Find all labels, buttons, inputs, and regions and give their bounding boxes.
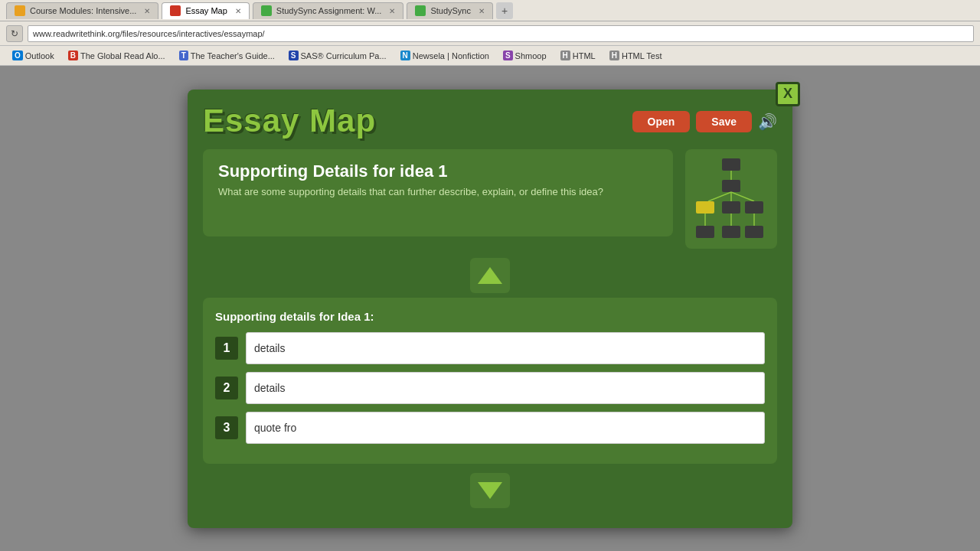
shmoop-icon: S xyxy=(503,51,513,60)
bookmark-sas[interactable]: S SAS® Curriculum Pa... xyxy=(283,49,393,62)
nav-down-arrow[interactable] xyxy=(203,473,777,508)
sas-icon: S xyxy=(289,51,299,60)
section-description: What are some supporting details that ca… xyxy=(218,186,658,197)
section-info-box: Supporting Details for idea 1 What are s… xyxy=(203,149,673,236)
input-number-1: 1 xyxy=(215,337,238,360)
save-button[interactable]: Save xyxy=(696,111,752,132)
teacherguide-icon: T xyxy=(179,51,188,60)
open-button[interactable]: Open xyxy=(632,111,691,132)
tab-1-close[interactable]: ✕ xyxy=(144,7,150,15)
tab-2-icon xyxy=(170,5,181,16)
input-row-3: 3 xyxy=(215,412,765,444)
svg-rect-6 xyxy=(696,201,714,214)
header-buttons: Open Save 🔊 xyxy=(632,111,777,132)
bookmark-outlook[interactable]: O Outlook xyxy=(6,49,60,62)
form-section: Supporting details for Idea 1: 1 2 3 xyxy=(203,298,777,464)
tab-3[interactable]: StudySync Assignment: W... ✕ xyxy=(253,2,404,19)
bookmarks-bar: O Outlook B The Global Read Alo... T The… xyxy=(0,46,980,66)
newsela-icon: N xyxy=(400,51,410,60)
detail-input-3[interactable] xyxy=(246,412,765,444)
tab-3-icon xyxy=(261,5,272,16)
back-button[interactable]: ↻ xyxy=(6,25,23,42)
section-title: Supporting Details for idea 1 xyxy=(218,161,658,181)
outlook-icon: O xyxy=(12,51,23,60)
browser-toolbar: ↻ xyxy=(0,21,980,46)
svg-rect-2 xyxy=(722,180,740,192)
bookmark-html[interactable]: H HTML xyxy=(554,49,602,62)
svg-rect-7 xyxy=(722,201,740,214)
tab-bar: Course Modules: Intensive... ✕ Essay Map… xyxy=(0,0,980,21)
input-row-1: 1 xyxy=(215,332,765,364)
navigate-down-button[interactable] xyxy=(470,473,510,508)
essay-map-app: X Essay Map Open Save 🔊 Supporting Detai… xyxy=(188,90,792,528)
bookmark-newsela-label: Newsela | Nonfiction xyxy=(413,51,489,60)
bookmark-teacherguide[interactable]: T The Teacher's Guide... xyxy=(173,49,281,62)
input-row-2: 2 xyxy=(215,372,765,404)
detail-input-1[interactable] xyxy=(246,332,765,364)
nav-up-arrow[interactable] xyxy=(203,258,777,293)
svg-line-3 xyxy=(708,192,731,201)
bookmark-shmoop[interactable]: S Shmoop xyxy=(497,49,553,62)
bookmark-htmltest[interactable]: H HTML Test xyxy=(603,49,668,62)
bookmark-globalread-label: The Global Read Alo... xyxy=(80,51,165,60)
down-arrow-icon xyxy=(478,482,502,499)
bookmark-outlook-label: Outlook xyxy=(25,51,54,60)
html-icon: H xyxy=(560,51,570,60)
bookmark-shmoop-label: Shmoop xyxy=(515,51,547,60)
bookmark-teacherguide-label: The Teacher's Guide... xyxy=(191,51,275,60)
input-number-2: 2 xyxy=(215,377,238,399)
bookmark-html-label: HTML xyxy=(573,51,596,60)
address-bar[interactable] xyxy=(28,25,974,42)
detail-input-2[interactable] xyxy=(246,372,765,404)
app-header: Essay Map Open Save 🔊 xyxy=(203,105,777,137)
tab-3-close[interactable]: ✕ xyxy=(389,7,395,15)
tab-2[interactable]: Essay Map ✕ xyxy=(162,2,249,19)
tab-4-label: StudySync xyxy=(430,6,471,15)
tab-2-label: Essay Map xyxy=(185,6,227,15)
bookmark-newsela[interactable]: N Newsela | Nonfiction xyxy=(394,49,495,62)
browser-chrome: Course Modules: Intensive... ✕ Essay Map… xyxy=(0,0,980,66)
diagram-box xyxy=(685,149,777,249)
tab-4-icon xyxy=(415,5,426,16)
svg-line-5 xyxy=(731,192,754,201)
svg-rect-14 xyxy=(745,226,763,238)
app-title: Essay Map xyxy=(203,105,376,137)
htmltest-icon: H xyxy=(609,51,619,60)
tab-1[interactable]: Course Modules: Intensive... ✕ xyxy=(6,2,158,19)
input-number-3: 3 xyxy=(215,416,238,439)
tree-diagram xyxy=(693,157,769,241)
bookmark-sas-label: SAS® Curriculum Pa... xyxy=(301,51,387,60)
header-row: Supporting Details for idea 1 What are s… xyxy=(203,149,777,249)
tab-3-label: StudySync Assignment: W... xyxy=(276,6,382,15)
svg-rect-0 xyxy=(722,158,740,171)
bookmark-htmltest-label: HTML Test xyxy=(622,51,662,60)
volume-icon[interactable]: 🔊 xyxy=(758,112,777,131)
form-title: Supporting details for Idea 1: xyxy=(215,310,765,323)
globalread-icon: B xyxy=(68,51,78,60)
main-content: X Essay Map Open Save 🔊 Supporting Detai… xyxy=(0,66,980,551)
tab-4[interactable]: StudySync ✕ xyxy=(407,2,493,19)
up-arrow-icon xyxy=(478,267,502,284)
bookmark-globalread[interactable]: B The Global Read Alo... xyxy=(62,49,172,62)
tab-2-close[interactable]: ✕ xyxy=(235,7,241,15)
new-tab-button[interactable]: + xyxy=(496,2,513,19)
svg-rect-13 xyxy=(722,226,740,238)
svg-rect-12 xyxy=(696,226,714,238)
svg-rect-8 xyxy=(745,201,763,214)
navigate-up-button[interactable] xyxy=(470,258,510,293)
tab-4-close[interactable]: ✕ xyxy=(479,7,485,15)
close-button[interactable]: X xyxy=(776,82,800,106)
tab-1-icon xyxy=(15,5,25,16)
tab-1-label: Course Modules: Intensive... xyxy=(30,6,136,15)
